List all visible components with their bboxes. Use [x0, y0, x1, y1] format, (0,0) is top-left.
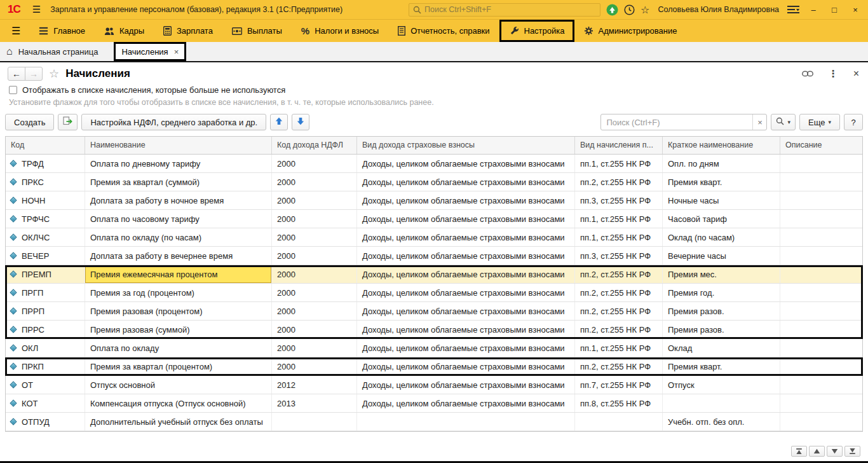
- close-button[interactable]: ×: [848, 5, 863, 15]
- cell-code: ОТПУД: [6, 413, 85, 431]
- table-row-НОЧН[interactable]: НОЧНДоплата за работу в ночное время2000…: [6, 191, 862, 210]
- cell-insurance: Доходы, целиком облагаемые страховыми вз…: [357, 357, 575, 375]
- cell-descr: [780, 247, 862, 265]
- history-icon[interactable]: [624, 4, 635, 15]
- sections-menu-icon[interactable]: ☰: [3, 25, 29, 37]
- scroll-top-button[interactable]: [791, 446, 807, 457]
- menu-item-administrirovanie[interactable]: Администрирование: [574, 20, 687, 42]
- catalog-item-icon: [10, 344, 17, 351]
- table-row-ПРКП[interactable]: ПРКППремия за квартал (процентом)2000Дох…: [6, 357, 862, 376]
- column-header-6[interactable]: Описание: [780, 137, 862, 154]
- column-header-4[interactable]: Вид начисления п...: [575, 137, 663, 154]
- table-row-ПРРС[interactable]: ПРРСПремия разовая (суммой)2000Доходы, ц…: [6, 321, 862, 339]
- list-search-input[interactable]: [601, 118, 752, 127]
- cell-short: Премия год.: [663, 284, 780, 301]
- code-text: ПРГП: [22, 288, 43, 298]
- form-close-icon[interactable]: ×: [853, 68, 859, 79]
- view-settings-icon[interactable]: [787, 5, 800, 15]
- create-button[interactable]: Создать: [5, 114, 54, 130]
- table-row-ТРФД[interactable]: ТРФДОплата по дневному тарифу2000Доходы,…: [6, 155, 862, 173]
- gear-icon: [584, 26, 593, 36]
- tab-close-icon[interactable]: ×: [174, 47, 179, 57]
- cell-ndfl: 2000: [272, 247, 357, 265]
- column-header-1[interactable]: Наименование: [85, 137, 272, 154]
- code-text: ПРКП: [22, 362, 44, 371]
- show-unused-label[interactable]: Отображать в списке начисления, которые …: [22, 85, 285, 95]
- catalog-item-icon: [10, 307, 17, 314]
- link-icon[interactable]: [802, 71, 813, 77]
- cell-kind: пп.1, ст.255 НК РФ: [575, 228, 663, 246]
- cell-ndfl: 2000: [272, 265, 357, 283]
- column-header-2[interactable]: Код дохода НДФЛ: [272, 137, 357, 154]
- table-row-ОКЛЧС[interactable]: ОКЛЧСОплата по окладу (по часам)2000Дохо…: [6, 228, 862, 247]
- column-header-0[interactable]: Код: [6, 137, 85, 154]
- more-button[interactable]: Еще ▾: [799, 114, 840, 130]
- table-row-ОТ[interactable]: ОТОтпуск основной2012Доходы, целиком обл…: [6, 376, 862, 394]
- move-up-button[interactable]: [270, 114, 288, 130]
- ndfl-settings-button[interactable]: Настройка НДФЛ, среднего заработка и др.: [81, 114, 266, 130]
- scroll-up-button[interactable]: [809, 446, 825, 457]
- cell-descr: [780, 173, 862, 191]
- search-options-button[interactable]: ▾: [771, 114, 796, 130]
- favorite-star-icon[interactable]: ☆: [49, 67, 59, 81]
- menu-item-glavnoe[interactable]: Главное: [29, 20, 95, 42]
- copy-button[interactable]: [58, 114, 78, 130]
- cell-ndfl: 2000: [272, 357, 357, 375]
- table-row-КОТ[interactable]: КОТКомпенсация отпуска (Отпуск основной)…: [6, 394, 862, 413]
- scroll-down-button[interactable]: [827, 446, 843, 457]
- menu-item-zarplata[interactable]: Зарплата: [154, 20, 222, 42]
- main-menu-icon[interactable]: ☰: [29, 4, 44, 15]
- menu-item-otchetnost-spravki[interactable]: Отчетность, справки: [388, 20, 499, 42]
- menu-item-nalogi-i-vznosy[interactable]: %Налоги и взносы: [292, 20, 388, 42]
- table-row-ТРФЧС[interactable]: ТРФЧСОплата по часовому тарифу2000Доходы…: [6, 210, 862, 228]
- cell-ndfl: 2000: [272, 155, 357, 172]
- show-unused-row: Отображать в списке начисления, которые …: [0, 83, 868, 96]
- menu-item-nastroyka[interactable]: Настройка: [499, 20, 574, 42]
- menu-item-kadry[interactable]: Кадры: [95, 20, 154, 42]
- table-row-ПРЕМП[interactable]: ПРЕМППремия ежемесячная процентом2000Дох…: [6, 265, 862, 284]
- discussions-icon[interactable]: [606, 4, 618, 16]
- scroll-bottom-button[interactable]: [844, 446, 860, 457]
- cell-code: ПРКС: [6, 173, 85, 191]
- global-search-input[interactable]: [424, 5, 596, 14]
- arrow-down-icon: [297, 117, 304, 127]
- table-row-ПРРП[interactable]: ПРРППремия разовая (процентом)2000Доходы…: [6, 302, 862, 321]
- home-icon[interactable]: ⌂: [6, 46, 13, 57]
- menu-item-vyplaty[interactable]: Выплаты: [222, 20, 292, 42]
- more-commands-icon[interactable]: ⋮: [829, 68, 838, 79]
- cell-ndfl: 2000: [272, 321, 357, 338]
- home-page-link[interactable]: Начальная страница: [18, 47, 98, 57]
- table-row-ОКЛ[interactable]: ОКЛОплата по окладу2000Доходы, целиком о…: [6, 339, 862, 357]
- menu-item-label: Кадры: [119, 26, 144, 36]
- user-name[interactable]: Соловьева Юлия Владимировна: [658, 5, 779, 14]
- cell-descr: [780, 284, 862, 301]
- back-button[interactable]: ←: [8, 67, 25, 81]
- forward-button[interactable]: →: [25, 67, 43, 81]
- help-button[interactable]: ?: [844, 114, 863, 130]
- cell-code: ПРЕМП: [6, 265, 85, 283]
- show-unused-checkbox[interactable]: [9, 86, 17, 94]
- move-down-button[interactable]: [292, 114, 309, 130]
- menu-item-label: Зарплата: [177, 26, 213, 36]
- cell-short: Премия разов.: [663, 321, 780, 338]
- cell-name: Оплата по часовому тарифу: [85, 210, 272, 228]
- cell-short: Оклад: [663, 339, 780, 357]
- column-header-5[interactable]: Краткое наименование: [663, 137, 780, 154]
- minimize-button[interactable]: –: [806, 5, 821, 15]
- column-header-3[interactable]: Вид дохода страховые взносы: [357, 137, 575, 154]
- cell-name: Премия за квартал (суммой): [85, 173, 272, 191]
- cell-short: Оклад (по часам): [663, 228, 780, 246]
- table-row-ПРКС[interactable]: ПРКСПремия за квартал (суммой)2000Доходы…: [6, 173, 862, 191]
- table-row-ОТПУД[interactable]: ОТПУДДополнительный учебный отпуск без о…: [6, 413, 862, 431]
- table-row-ПРГП[interactable]: ПРГППремия за год (процентом)2000Доходы,…: [6, 284, 862, 302]
- cell-name: Премия ежемесячная процентом: [85, 265, 272, 283]
- catalog-item-icon: [10, 381, 17, 388]
- cell-short: Учебн. отп. без опл.: [663, 413, 780, 431]
- favorites-icon[interactable]: ☆: [641, 4, 649, 16]
- clear-search-icon[interactable]: ×: [752, 114, 766, 130]
- cell-insurance: Доходы, целиком облагаемые страховыми вз…: [357, 376, 575, 394]
- cell-code: ОТ: [6, 376, 85, 394]
- tab-nachisleniya[interactable]: Начисления ×: [114, 42, 186, 61]
- maximize-button[interactable]: □: [827, 5, 842, 15]
- table-row-ВЕЧЕР[interactable]: ВЕЧЕРДоплата за работу в вечернее время2…: [6, 247, 862, 265]
